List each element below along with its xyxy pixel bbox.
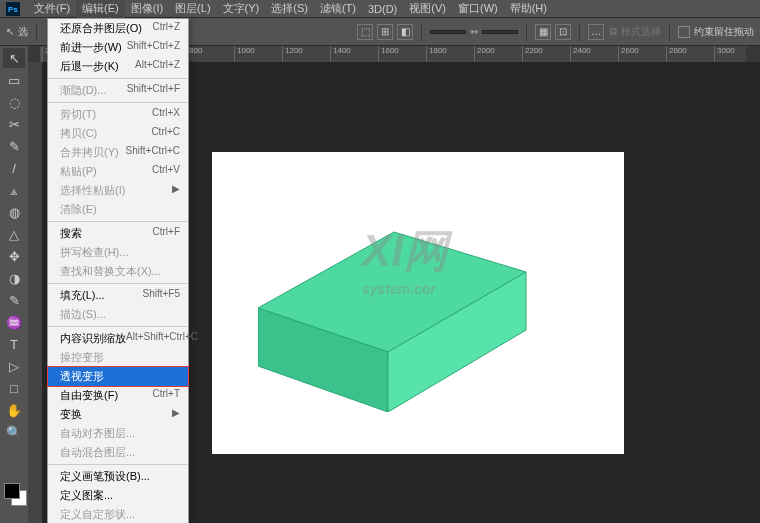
dropdown-label[interactable]: 选 [18,25,28,39]
opt-icon[interactable]: ⊡ [555,24,571,40]
ruler-mark: 3000 [714,46,746,62]
menu-item: 自动混合图层... [48,443,188,462]
menu-图像[interactable]: 图像(I) [125,0,169,18]
checkbox-icon [678,26,690,38]
menu-item-label: 选择性粘贴(I) [60,183,125,198]
tool-button[interactable]: ◑ [3,268,25,288]
checkbox-label: 约束留住拖动 [694,25,754,39]
menu-item[interactable]: 填充(L)...Shift+F5 [48,286,188,305]
height-input[interactable] [482,30,518,34]
menu-编辑[interactable]: 编辑(E) [76,0,125,18]
menu-窗口[interactable]: 窗口(W) [452,0,504,18]
menu-item-label: 前进一步(W) [60,40,122,55]
opt-icon[interactable]: … [588,24,604,40]
menu-图层[interactable]: 图层(L) [169,0,216,18]
tool-button[interactable]: ⟁ [3,180,25,200]
menu-item-label: 描边(S)... [60,307,106,322]
menu-item-label: 自动混合图层... [60,445,135,460]
menu-item-label: 渐隐(D)... [60,83,106,98]
constrain-checkbox[interactable]: 约束留住拖动 [678,25,754,39]
shortcut-label: Shift+F5 [142,288,180,303]
menu-item[interactable]: 定义画笔预设(B)... [48,467,188,486]
shortcut-label: Ctrl+X [152,107,180,122]
opt-icon[interactable]: ◧ [397,24,413,40]
menu-item-label: 定义自定形状... [60,507,135,522]
ruler-mark: 2000 [474,46,522,62]
menu-item[interactable]: 还原合并图层(O)Ctrl+Z [48,19,188,38]
menu-item-label: 自由变换(F) [60,388,118,403]
opt-icon[interactable]: ⊞ [377,24,393,40]
tool-button[interactable]: △ [3,224,25,244]
tool-button[interactable]: ✥ [3,246,25,266]
menu-帮助[interactable]: 帮助(H) [504,0,553,18]
menu-item: 渐隐(D)...Shift+Ctrl+F [48,81,188,100]
menu-滤镜[interactable]: 滤镜(T) [314,0,362,18]
menu-item-label: 变换 [60,407,82,422]
tool-button[interactable]: ◍ [3,202,25,222]
tool-button[interactable]: ↖ [3,48,25,68]
menu-item: 查找和替换文本(X)... [48,262,188,281]
menu-item-label: 拼写检查(H)... [60,245,128,260]
menu-item: 清除(E) [48,200,188,219]
menu-item[interactable]: 自由变换(F)Ctrl+T [48,386,188,405]
document-canvas[interactable] [212,152,624,454]
menu-item[interactable]: 内容识别缩放Alt+Shift+Ctrl+C [48,329,188,348]
menu-item-label: 定义图案... [60,488,113,503]
src-label: 🖥 样式选择 [608,25,661,39]
tool-button[interactable]: ✎ [3,136,25,156]
menubar: Ps 文件(F)编辑(E)图像(I)图层(L)文字(Y)选择(S)滤镜(T)3D… [0,0,760,18]
menu-item[interactable]: 定义图案... [48,486,188,505]
menu-item-label: 清除(E) [60,202,97,217]
ruler-mark: 1800 [426,46,474,62]
ruler-vertical [28,62,42,523]
menu-3D[interactable]: 3D(D) [362,1,403,17]
menu-item-label: 填充(L)... [60,288,105,303]
tool-button[interactable]: ✂ [3,114,25,134]
menu-item[interactable]: 透视变形 [47,366,189,387]
shortcut-label: Shift+Ctrl+F [127,83,180,98]
link-icon[interactable]: ⇿ [470,26,478,37]
menu-item[interactable]: 后退一步(K)Alt+Ctrl+Z [48,57,188,76]
tool-button[interactable]: □ [3,378,25,398]
ruler-mark: 800 [186,46,234,62]
menu-item-label: 透视变形 [60,369,104,384]
width-input[interactable] [430,30,466,34]
tool-button[interactable]: ✎ [3,290,25,310]
menu-item[interactable]: 搜索Ctrl+F [48,224,188,243]
separator [421,23,422,41]
opt-icon[interactable]: ▦ [535,24,551,40]
menu-item[interactable]: 变换▶ [48,405,188,424]
separator [526,23,527,41]
tool-button[interactable]: 🔍 [3,422,25,442]
foreground-color[interactable] [4,483,20,499]
submenu-arrow-icon: ▶ [172,183,180,198]
menu-选择[interactable]: 选择(S) [265,0,314,18]
tool-button[interactable]: / [3,158,25,178]
shortcut-label: Shift+Ctrl+C [126,145,180,160]
menu-文字[interactable]: 文字(Y) [217,0,266,18]
tool-button[interactable]: T [3,334,25,354]
menu-文件[interactable]: 文件(F) [28,0,76,18]
menu-视图[interactable]: 视图(V) [403,0,452,18]
menu-item: 选择性粘贴(I)▶ [48,181,188,200]
shortcut-label: Ctrl+Z [153,21,181,36]
ruler-mark: 1000 [234,46,282,62]
menu-item-label: 还原合并图层(O) [60,21,142,36]
opt-icon[interactable]: ⬚ [357,24,373,40]
menu-item-label: 合并拷贝(Y) [60,145,119,160]
menu-item: 定义自定形状... [48,505,188,523]
shortcut-label: Alt+Ctrl+Z [135,59,180,74]
menu-item[interactable]: 前进一步(W)Shift+Ctrl+Z [48,38,188,57]
tool-button[interactable]: ▭ [3,70,25,90]
ruler-mark: 1200 [282,46,330,62]
tool-button[interactable]: ◌ [3,92,25,112]
tool-button[interactable]: ♒ [3,312,25,332]
shortcut-label: Ctrl+F [153,226,181,241]
tool-button[interactable]: ✋ [3,400,25,420]
menu-item-label: 剪切(T) [60,107,96,122]
tool-button[interactable]: ▷ [3,356,25,376]
ruler-mark: 2200 [522,46,570,62]
menu-item: 描边(S)... [48,305,188,324]
menu-item-label: 定义画笔预设(B)... [60,469,150,484]
menu-item: 拷贝(C)Ctrl+C [48,124,188,143]
